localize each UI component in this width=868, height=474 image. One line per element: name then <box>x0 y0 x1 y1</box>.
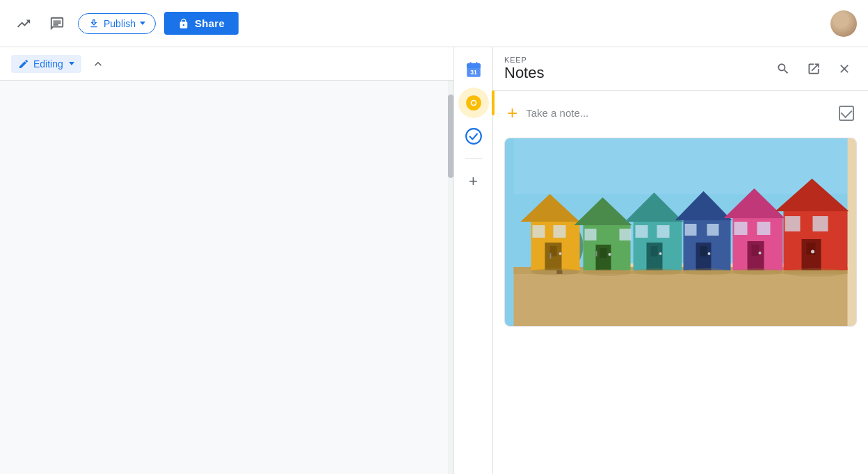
note-card[interactable] <box>504 138 857 327</box>
avatar[interactable] <box>830 10 857 37</box>
svg-point-32 <box>609 253 611 256</box>
svg-rect-13 <box>514 138 848 194</box>
avatar-image <box>830 10 857 37</box>
svg-rect-45 <box>707 224 719 236</box>
scrollbar-thumb[interactable] <box>448 95 453 178</box>
take-note-plus-icon[interactable]: + <box>507 102 517 124</box>
publish-button[interactable]: Publish <box>78 13 156 34</box>
comments-icon[interactable] <box>45 11 70 36</box>
doc-toolbar: Editing <box>0 47 453 81</box>
svg-point-66 <box>683 268 732 275</box>
svg-point-67 <box>733 268 783 275</box>
svg-point-65 <box>634 268 682 275</box>
svg-rect-30 <box>585 229 597 240</box>
svg-point-60 <box>811 250 814 254</box>
main-toolbar: Publish Share <box>0 0 868 47</box>
svg-rect-44 <box>685 224 697 236</box>
svg-rect-57 <box>807 243 816 255</box>
keep-super-label: KEEP <box>504 56 771 64</box>
editing-label: Editing <box>33 58 63 70</box>
take-note-checkbox-icon[interactable] <box>839 106 854 121</box>
keep-header: KEEP Notes <box>493 47 868 91</box>
svg-rect-29 <box>600 248 607 258</box>
keep-open-button[interactable] <box>801 56 826 81</box>
keep-panel: KEEP Notes <box>492 47 868 474</box>
scrollbar[interactable] <box>448 81 453 474</box>
publish-chevron-icon <box>140 22 145 25</box>
svg-rect-38 <box>657 225 670 238</box>
editing-mode-dropdown[interactable]: Editing <box>11 55 81 73</box>
svg-rect-52 <box>757 222 771 235</box>
sidebar-tasks-button[interactable] <box>458 121 489 152</box>
svg-point-11 <box>466 129 481 144</box>
svg-point-25 <box>559 252 562 255</box>
svg-rect-37 <box>636 225 648 238</box>
trending-icon[interactable] <box>11 11 36 36</box>
add-icon: + <box>469 172 478 190</box>
take-note-row[interactable]: + Take a note... <box>504 102 857 124</box>
keep-title: Notes <box>504 64 771 82</box>
svg-rect-51 <box>734 222 748 235</box>
keep-close-button[interactable] <box>832 56 857 81</box>
active-indicator <box>492 90 495 115</box>
svg-rect-59 <box>813 216 828 231</box>
sidebar-keep-button[interactable] <box>458 88 489 118</box>
svg-point-64 <box>583 269 632 276</box>
beach-huts-image <box>505 138 856 326</box>
keep-search-button[interactable] <box>771 56 796 81</box>
svg-point-46 <box>708 252 711 255</box>
svg-rect-36 <box>651 246 658 256</box>
share-button[interactable]: Share <box>164 12 239 35</box>
sidebar-calendar-button[interactable]: 31 <box>458 54 489 85</box>
publish-label: Publish <box>104 18 136 29</box>
svg-point-63 <box>531 268 580 275</box>
svg-point-68 <box>784 268 848 277</box>
svg-rect-31 <box>620 229 632 240</box>
svg-rect-62 <box>596 251 597 256</box>
svg-point-39 <box>659 252 662 255</box>
svg-point-10 <box>472 101 475 104</box>
main-area: Editing 31 <box>0 47 868 474</box>
editing-chevron-icon <box>69 62 74 65</box>
svg-point-53 <box>759 252 762 254</box>
sidebar-add-button[interactable]: + <box>458 166 489 197</box>
svg-rect-43 <box>700 246 707 256</box>
sidebar-divider <box>465 158 482 159</box>
doc-panel: Editing <box>0 47 453 474</box>
doc-content <box>0 81 453 474</box>
svg-rect-24 <box>554 225 566 238</box>
svg-text:31: 31 <box>470 69 477 76</box>
sidebar-icons: 31 <box>453 47 492 474</box>
collapse-button[interactable] <box>87 53 109 75</box>
take-note-placeholder[interactable]: Take a note... <box>526 107 839 119</box>
svg-rect-7 <box>467 66 481 67</box>
keep-body: + Take a note... <box>493 91 868 474</box>
svg-rect-50 <box>752 245 760 256</box>
keep-title-area: KEEP Notes <box>504 56 771 82</box>
share-label: Share <box>195 17 225 29</box>
svg-rect-23 <box>533 225 545 238</box>
note-image <box>505 138 856 326</box>
svg-rect-61 <box>550 253 552 259</box>
svg-rect-58 <box>785 216 801 231</box>
keep-header-icons <box>771 56 857 81</box>
